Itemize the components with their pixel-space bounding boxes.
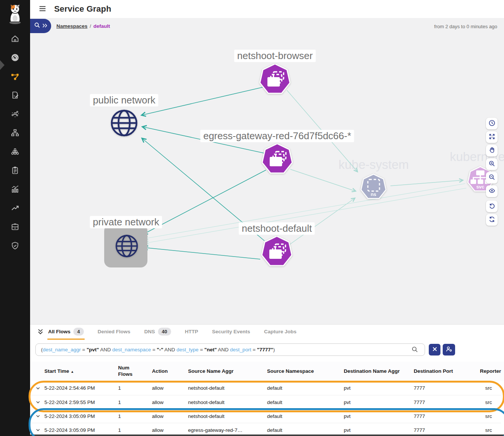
hamburger-icon: [38, 5, 47, 14]
column-header-num-flows[interactable]: Num Flows: [118, 365, 152, 378]
breadcrumb: Namespaces / default: [56, 23, 110, 29]
flows-tabs-row: All Flows4Denied FlowsDNS40HTTPSecurity …: [30, 325, 504, 340]
node-private-network[interactable]: [115, 234, 139, 260]
sidebar-item-trends[interactable]: [10, 204, 20, 214]
archive-box-icon: [11, 222, 20, 233]
undo-icon: [489, 202, 495, 210]
active-item-marker: [0, 60, 5, 70]
row-expander-button[interactable]: [33, 414, 43, 418]
cell-action: allow: [152, 413, 188, 419]
node-egress-gateway[interactable]: [262, 144, 293, 176]
sidebar-item-endpoints[interactable]: [10, 110, 20, 120]
tab-all-flows[interactable]: All Flows4: [47, 325, 85, 340]
node-label-public-network: public network: [90, 94, 158, 106]
node-label-netshoot-browser: netshoot-browser: [234, 50, 316, 62]
tab-dns[interactable]: DNS40: [144, 325, 172, 340]
service-graph-canvas[interactable]: kube-system kubernetes: [30, 18, 504, 324]
sort-ascending-icon: ▲: [71, 370, 74, 374]
table-row[interactable]: 5-22-2024 3:05:09 PM1allownetshoot-defau…: [30, 409, 501, 423]
tab-security-events[interactable]: Security Events: [211, 325, 251, 340]
sidebar-item-network-topology[interactable]: [10, 129, 20, 138]
sidebar-item-policies[interactable]: [10, 91, 20, 101]
policy-document-icon: [11, 91, 20, 101]
cell-start-time: 5-22-2024 3:05:09 PM: [44, 427, 118, 433]
row-expander-button[interactable]: [33, 400, 43, 404]
sidebar-item-home[interactable]: [10, 35, 20, 44]
node-label-egress-gateway: egress-gateway-red-76d7f5dc66-*: [200, 130, 354, 142]
double-chevron-down-icon: [37, 328, 44, 336]
flows-table-header: Start Time▲Num FlowsActionSource Name Ag…: [30, 362, 504, 381]
cell-destination-port: 7777: [414, 427, 480, 433]
column-header-action[interactable]: Action: [152, 368, 188, 375]
collapse-panel-button[interactable]: [35, 325, 45, 340]
tab-badge: 40: [158, 328, 171, 336]
node-public-network[interactable]: [110, 109, 138, 139]
node-netshoot-browser[interactable]: [260, 64, 290, 96]
cell-num-flows: 1: [118, 385, 152, 391]
tab-label: Security Events: [212, 329, 250, 334]
column-header-reporter[interactable]: Reporter: [480, 368, 504, 375]
cell-num-flows: 1: [118, 413, 152, 419]
fit-screen-button[interactable]: [486, 131, 498, 143]
flows-panel: All Flows4Denied FlowsDNS40HTTPSecurity …: [30, 324, 504, 436]
cell-destination-name-aggr: pvt: [344, 400, 414, 405]
cell-destination-name-aggr: pvt: [344, 427, 414, 433]
sidebar-item-threat-defense[interactable]: [10, 242, 20, 251]
zoom-out-button[interactable]: [486, 172, 498, 184]
filter-row: (dest_name_aggr = "pvt" AND dest_namespa…: [35, 343, 499, 356]
cell-source-name-aggr: netshoot-default: [188, 400, 267, 405]
zoom-in-button[interactable]: [486, 158, 498, 170]
clipboard-icon: [11, 166, 20, 176]
graph-search-button[interactable]: [30, 19, 51, 33]
cell-num-flows: 1: [118, 427, 152, 433]
time-settings-button[interactable]: [486, 118, 498, 129]
svc-badge: svc: [476, 184, 484, 190]
sidebar-nav: [10, 35, 20, 251]
close-icon: [432, 346, 437, 353]
column-header-destination-port[interactable]: Destination Port: [414, 368, 480, 375]
visibility-button[interactable]: [486, 185, 498, 197]
tab-capture-jobs[interactable]: Capture Jobs: [263, 325, 297, 340]
column-header-destination-name-aggr[interactable]: Destination Name Aggr: [344, 368, 414, 375]
sidebar-item-compliance[interactable]: [10, 166, 20, 176]
hamburger-menu-button[interactable]: [37, 3, 48, 15]
top-bar: Service Graph: [30, 0, 504, 18]
sidebar-item-dashboard[interactable]: [10, 53, 20, 63]
node-label-private-network: private network: [90, 216, 162, 228]
cell-action: allow: [152, 427, 188, 433]
clear-filter-button[interactable]: [429, 344, 440, 355]
tab-badge: 4: [73, 328, 83, 336]
table-row[interactable]: 5-22-2024 2:59:55 PM1allownetshoot-defau…: [30, 395, 501, 409]
column-header-start-time[interactable]: Start Time▲: [44, 368, 118, 375]
sidebar-item-clusters[interactable]: [10, 147, 20, 157]
flow-filter-input[interactable]: (dest_name_aggr = "pvt" AND dest_namespa…: [35, 343, 425, 356]
pan-button[interactable]: [486, 145, 498, 156]
tab-http[interactable]: HTTP: [184, 325, 199, 340]
sidebar-item-statistics[interactable]: [10, 185, 20, 195]
sidebar-item-service-graph[interactable]: [10, 72, 20, 82]
expand-icon: [489, 133, 495, 141]
table-row[interactable]: 5-22-2024 3:05:09 PM1allowegress-gateway…: [30, 423, 501, 436]
column-settings-button[interactable]: [443, 344, 455, 355]
column-header-source-namespace[interactable]: Source Namespace: [267, 368, 344, 375]
row-expander-button[interactable]: [33, 428, 43, 432]
bar-chart-icon: [11, 185, 20, 195]
undo-button[interactable]: [486, 201, 498, 212]
tab-denied-flows[interactable]: Denied Flows: [97, 325, 131, 340]
bottom-edge-strip: [30, 434, 504, 436]
cell-source-namespace: default: [267, 427, 344, 433]
breadcrumb-namespaces-link[interactable]: Namespaces: [56, 23, 88, 29]
tab-label: Denied Flows: [98, 329, 131, 334]
zoom-out-icon: [489, 174, 495, 182]
refresh-button[interactable]: [486, 214, 498, 226]
row-expander-button[interactable]: [33, 386, 43, 390]
tab-label: DNS: [144, 329, 155, 334]
node-kube-system-namespace[interactable]: ns: [360, 173, 387, 202]
sidebar-item-storage[interactable]: [10, 223, 20, 232]
node-netshoot-default[interactable]: [261, 236, 292, 269]
column-header-source-name-aggr[interactable]: Source Name Aggr: [188, 368, 267, 375]
breadcrumb-separator: /: [90, 23, 91, 29]
page-title: Service Graph: [54, 4, 111, 14]
table-row[interactable]: 5-22-2024 2:54:46 PM1allownetshoot-defau…: [30, 381, 501, 395]
cell-source-namespace: default: [267, 400, 344, 405]
